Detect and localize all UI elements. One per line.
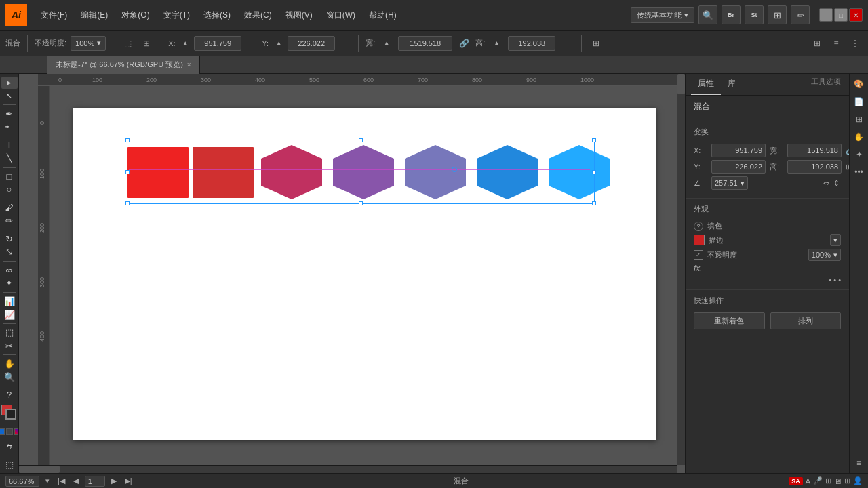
h-up[interactable]: ▲: [489, 36, 504, 51]
bridge-btn[interactable]: Br: [722, 5, 741, 24]
swap-color-btn[interactable]: ⇆: [1, 438, 18, 454]
document-icon[interactable]: 📄: [852, 94, 867, 109]
flip-h-btn[interactable]: ⇔: [822, 178, 831, 189]
tab-close-btn[interactable]: ×: [187, 61, 191, 68]
tool-line[interactable]: ╲: [1, 152, 18, 165]
star-icon[interactable]: ✦: [852, 147, 867, 162]
nav-next[interactable]: ▶: [109, 476, 119, 485]
bottom-icon-mic[interactable]: 🎤: [813, 476, 823, 485]
toolbar-options-btn[interactable]: 工具选项: [808, 74, 844, 95]
color-fill-blue[interactable]: [0, 428, 5, 435]
transform-icon1[interactable]: ⬚: [120, 36, 135, 51]
shape-rect-1[interactable]: [127, 147, 189, 198]
align-icon[interactable]: ⊞: [589, 36, 604, 51]
tool-ellipse[interactable]: ○: [1, 184, 18, 196]
search-btn[interactable]: 🔍: [698, 5, 717, 24]
flip-v-btn[interactable]: ⇕: [832, 178, 841, 189]
tool-artboard[interactable]: ⬚: [1, 327, 18, 339]
library-tab[interactable]: 库: [721, 74, 743, 95]
y-down[interactable]: [336, 36, 351, 51]
rp-h-input[interactable]: [787, 160, 842, 174]
h-down[interactable]: [559, 36, 574, 51]
w-input[interactable]: [398, 36, 452, 51]
tool-question[interactable]: ?: [1, 389, 18, 401]
workspace-dropdown[interactable]: 传统基本功能 ▾: [631, 7, 694, 23]
tool-rect[interactable]: □: [1, 170, 18, 182]
tool-scale[interactable]: ⤡: [1, 246, 18, 258]
y-input[interactable]: [288, 36, 335, 51]
color-icon[interactable]: 🎨: [852, 77, 867, 92]
link-icon[interactable]: 🔗: [456, 36, 471, 51]
rp-x-input[interactable]: [711, 144, 766, 157]
color-fill-grad[interactable]: [14, 428, 20, 435]
shape-hex-4[interactable]: [473, 142, 541, 203]
menu-file[interactable]: 文件(F): [35, 7, 73, 24]
transform-icon2[interactable]: ⊞: [139, 36, 154, 51]
tool-add-anchor[interactable]: ✒+: [1, 121, 18, 134]
shape-hex-1[interactable]: [258, 142, 326, 203]
tool-direct-select[interactable]: ↖: [1, 90, 18, 102]
shape-hex-5[interactable]: [545, 142, 613, 203]
stroke-color-box[interactable]: [694, 235, 705, 245]
tool-type[interactable]: T: [1, 139, 18, 151]
y-up[interactable]: ▲: [271, 36, 286, 51]
menu-view[interactable]: 视图(V): [280, 7, 318, 24]
hand-icon[interactable]: ✋: [852, 129, 867, 144]
artboard-nav[interactable]: ⬚: [1, 458, 18, 470]
grid-icon[interactable]: ⊞: [852, 112, 867, 127]
menu-effect[interactable]: 效果(C): [239, 7, 277, 24]
collapse-icon[interactable]: ≡: [852, 455, 867, 470]
scrollbar-horizontal[interactable]: [19, 465, 677, 473]
stock-btn[interactable]: St: [745, 5, 764, 24]
view-more-icon[interactable]: ⋮: [848, 36, 863, 51]
rp-w-input[interactable]: [787, 144, 842, 157]
win-minimize[interactable]: —: [819, 8, 833, 22]
x-up[interactable]: ▲: [178, 36, 193, 51]
more-v-icon[interactable]: •••: [852, 165, 867, 180]
document-tab[interactable]: 未标题-7* @ 66.67% (RGB/GPU 预览) ×: [47, 56, 200, 74]
shape-hex-3[interactable]: [401, 142, 469, 203]
view-list-icon[interactable]: ≡: [829, 36, 844, 51]
tool-pencil[interactable]: ✏: [1, 215, 18, 227]
opacity-section-dropdown[interactable]: 100% ▾: [808, 249, 841, 261]
tool-hand[interactable]: ✋: [1, 358, 18, 370]
nav-prev[interactable]: ◀: [71, 476, 81, 485]
menu-help[interactable]: 帮助(H): [363, 7, 402, 24]
more-btn[interactable]: • • •: [829, 276, 841, 284]
tool-slice[interactable]: ✂: [1, 340, 18, 352]
scrollbar-vertical[interactable]: [677, 74, 685, 465]
zoom-dropdown[interactable]: ▾: [43, 476, 52, 485]
view-grid-icon[interactable]: ⊞: [810, 36, 825, 51]
tool-chart[interactable]: 📈: [1, 308, 18, 321]
menu-window[interactable]: 窗口(W): [321, 7, 361, 24]
tool-graph[interactable]: 📊: [1, 296, 18, 308]
properties-tab[interactable]: 属性: [691, 74, 721, 95]
scrollbar-h-thumb[interactable]: [19, 466, 60, 473]
opacity-dropdown[interactable]: 100% ▾: [71, 36, 106, 51]
arrange-btn[interactable]: 排列: [770, 312, 842, 329]
bottom-icon-grid[interactable]: ⊞: [825, 476, 831, 485]
color-fill-gray[interactable]: [6, 428, 13, 435]
h-input[interactable]: [508, 36, 555, 51]
tool-zoom[interactable]: 🔍: [1, 371, 18, 383]
menu-object[interactable]: 对象(O): [116, 7, 155, 24]
page-input[interactable]: 1: [85, 476, 105, 487]
stroke-dropdown[interactable]: ▾: [830, 234, 841, 246]
angle-dropdown[interactable]: 257.51 ▾: [711, 176, 748, 190]
tool-rotate[interactable]: ↻: [1, 232, 18, 245]
zoom-input[interactable]: 66.67%: [5, 476, 39, 487]
rp-y-input[interactable]: [711, 160, 766, 174]
scrollbar-v-thumb[interactable]: [677, 74, 685, 94]
x-input[interactable]: [194, 36, 241, 51]
bottom-icon-person[interactable]: 👤: [853, 476, 863, 485]
tool-pen[interactable]: ✒: [1, 108, 18, 120]
bottom-icon-monitor[interactable]: 🖥: [834, 477, 842, 485]
pen-btn[interactable]: ✏: [791, 5, 810, 24]
shape-rect-2[interactable]: [193, 147, 254, 198]
win-maximize[interactable]: □: [834, 8, 848, 22]
nav-next-next[interactable]: ▶|: [123, 476, 134, 485]
w-up[interactable]: ▲: [379, 36, 394, 51]
recolor-btn[interactable]: 重新着色: [694, 312, 765, 329]
tool-select[interactable]: ▸: [1, 77, 18, 89]
menu-edit[interactable]: 编辑(E): [75, 7, 113, 24]
